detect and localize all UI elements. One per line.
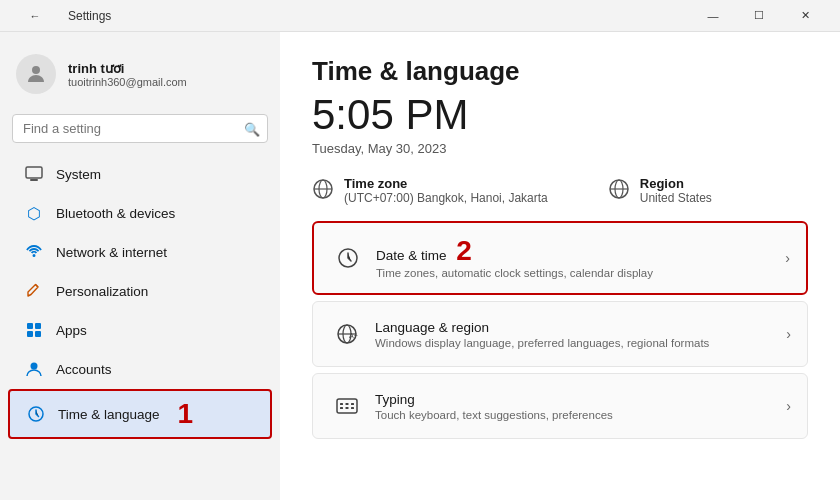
sidebar-label-network: Network & internet	[56, 245, 167, 260]
bluetooth-icon: ⬡	[24, 203, 44, 223]
sidebar-label-apps: Apps	[56, 323, 87, 338]
svg-rect-3	[27, 323, 33, 329]
svg-rect-4	[35, 323, 41, 329]
sidebar-label-personalization: Personalization	[56, 284, 148, 299]
user-name: trinh tươi	[68, 61, 187, 76]
svg-rect-5	[27, 331, 33, 337]
date-time-subtitle: Time zones, automatic clock settings, ca…	[376, 267, 785, 279]
svg-rect-24	[340, 407, 343, 409]
sidebar-label-bluetooth: Bluetooth & devices	[56, 206, 175, 221]
back-button[interactable]: ←	[12, 0, 58, 32]
search-icon: 🔍	[244, 121, 260, 136]
language-region-title: Language & region	[375, 320, 786, 335]
apps-icon	[24, 320, 44, 340]
sidebar-item-time-language[interactable]: Time & language 1	[8, 389, 272, 439]
svg-rect-21	[340, 403, 343, 405]
svg-rect-26	[351, 407, 354, 409]
settings-item-date-time[interactable]: Date & time 2 Time zones, automatic cloc…	[312, 221, 808, 295]
step-badge-1: 1	[178, 400, 194, 428]
sidebar-item-apps[interactable]: Apps	[8, 311, 272, 349]
language-region-subtitle: Windows display language, preferred lang…	[375, 337, 786, 349]
sidebar-label-time-language: Time & language	[58, 407, 160, 422]
sidebar-item-bluetooth[interactable]: ⬡ Bluetooth & devices	[8, 194, 272, 232]
main-container: trinh tươi tuoitrinh360@gmail.com 🔍 Syst…	[0, 32, 840, 500]
svg-rect-23	[351, 403, 354, 405]
quick-info-row: Time zone (UTC+07:00) Bangkok, Hanoi, Ja…	[312, 176, 808, 205]
user-info: trinh tươi tuoitrinh360@gmail.com	[68, 61, 187, 88]
typing-text: Typing Touch keyboard, text suggestions,…	[375, 392, 786, 421]
svg-rect-22	[346, 403, 349, 405]
date-time-icon	[330, 240, 366, 276]
titlebar-controls: — ☐ ✕	[690, 0, 828, 32]
language-region-text: Language & region Windows display langua…	[375, 320, 786, 349]
maximize-button[interactable]: ☐	[736, 0, 782, 32]
sidebar-item-accounts[interactable]: Accounts	[8, 350, 272, 388]
step-badge-2: 2	[456, 237, 472, 265]
search-box: 🔍	[12, 114, 268, 143]
current-time: 5:05 PM	[312, 91, 808, 139]
typing-subtitle: Touch keyboard, text suggestions, prefer…	[375, 409, 786, 421]
page-title: Time & language	[312, 56, 808, 87]
titlebar-title: Settings	[68, 9, 111, 23]
region-icon	[608, 178, 630, 205]
timezone-text: Time zone (UTC+07:00) Bangkok, Hanoi, Ja…	[344, 176, 548, 205]
region-text: Region United States	[640, 176, 712, 205]
sidebar: trinh tươi tuoitrinh360@gmail.com 🔍 Syst…	[0, 32, 280, 500]
timezone-info: Time zone (UTC+07:00) Bangkok, Hanoi, Ja…	[312, 176, 548, 205]
titlebar: ← Settings — ☐ ✕	[0, 0, 840, 32]
sidebar-item-network[interactable]: Network & internet	[8, 233, 272, 271]
close-button[interactable]: ✕	[782, 0, 828, 32]
region-value: United States	[640, 191, 712, 205]
typing-icon	[329, 388, 365, 424]
timezone-icon	[312, 178, 334, 205]
sidebar-item-system[interactable]: System	[8, 155, 272, 193]
accounts-icon	[24, 359, 44, 379]
user-section: trinh tươi tuoitrinh360@gmail.com	[0, 44, 280, 110]
timezone-value: (UTC+07:00) Bangkok, Hanoi, Jakarta	[344, 191, 548, 205]
personalization-icon	[24, 281, 44, 301]
current-date: Tuesday, May 30, 2023	[312, 141, 808, 156]
svg-rect-1	[26, 167, 42, 178]
network-icon	[24, 242, 44, 262]
avatar	[16, 54, 56, 94]
svg-text:A+: A+	[349, 332, 358, 339]
svg-rect-20	[337, 399, 357, 413]
sidebar-label-accounts: Accounts	[56, 362, 112, 377]
content-area: Time & language 5:05 PM Tuesday, May 30,…	[280, 32, 840, 500]
date-time-arrow: ›	[785, 250, 790, 266]
svg-rect-2	[30, 179, 38, 181]
language-region-arrow: ›	[786, 326, 791, 342]
date-time-title: Date & time 2	[376, 237, 785, 265]
search-input[interactable]	[12, 114, 268, 143]
system-icon	[24, 164, 44, 184]
svg-rect-25	[346, 407, 349, 409]
settings-item-language-region[interactable]: A+ Language & region Windows display lan…	[312, 301, 808, 367]
minimize-button[interactable]: —	[690, 0, 736, 32]
sidebar-item-personalization[interactable]: Personalization	[8, 272, 272, 310]
time-language-icon	[26, 404, 46, 424]
language-region-icon: A+	[329, 316, 365, 352]
svg-rect-6	[35, 331, 41, 337]
user-email: tuoitrinh360@gmail.com	[68, 76, 187, 88]
date-time-text: Date & time 2 Time zones, automatic cloc…	[376, 237, 785, 279]
settings-item-typing[interactable]: Typing Touch keyboard, text suggestions,…	[312, 373, 808, 439]
region-info: Region United States	[608, 176, 712, 205]
region-label: Region	[640, 176, 712, 191]
sidebar-label-system: System	[56, 167, 101, 182]
titlebar-left: ← Settings	[12, 0, 111, 32]
typing-title: Typing	[375, 392, 786, 407]
svg-point-7	[31, 363, 38, 370]
typing-arrow: ›	[786, 398, 791, 414]
timezone-label: Time zone	[344, 176, 548, 191]
svg-point-0	[32, 66, 40, 74]
